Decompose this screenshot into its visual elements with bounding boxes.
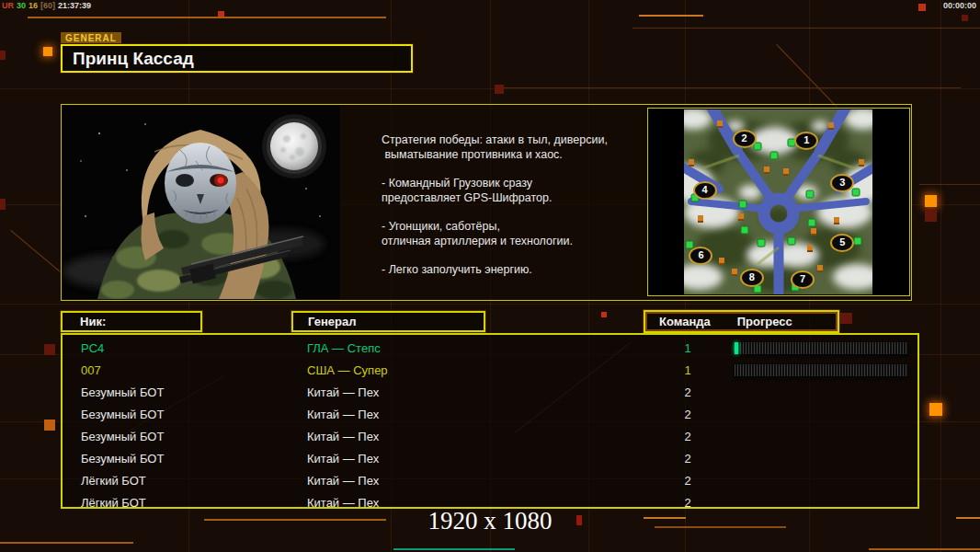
circuit-line-teal <box>393 548 515 550</box>
player-nick: Безумный БОТ <box>81 404 164 426</box>
header-general-label: Генерал <box>308 315 356 328</box>
player-row: Лёгкий БОТКитай — Пех2 <box>63 470 917 492</box>
strategy-text: Стратегия победы: атаки в тыл, диверсии,… <box>382 132 657 277</box>
grid-line <box>0 88 980 89</box>
start-position-2: 2 <box>733 130 757 148</box>
player-row: Безумный БОТКитай — Пех2 <box>63 448 917 470</box>
circuit-line <box>869 548 980 550</box>
strategy-line: Стратегия победы: атаки в тыл, диверсии, <box>382 132 657 147</box>
decor-square <box>840 313 852 324</box>
supply-dock-icon <box>853 236 861 245</box>
player-team: 1 <box>669 338 706 360</box>
debug-stats: UR3016[60]21:37:39 <box>2 1 94 10</box>
resolution-label: 1920 x 1080 <box>0 507 980 535</box>
decor-square <box>925 195 937 207</box>
start-position-1: 1 <box>794 132 818 150</box>
start-position-3: 3 <box>830 174 854 192</box>
player-row: 007США — Супер1 <box>63 360 917 382</box>
player-general: Китай — Пех <box>307 404 379 426</box>
circuit-line <box>501 87 961 88</box>
general-info-panel: Стратегия победы: атаки в тыл, диверсии,… <box>61 104 912 301</box>
crate-icon <box>783 168 789 176</box>
general-portrait <box>63 106 340 299</box>
player-nick: PC4 <box>81 338 104 360</box>
start-position-4: 4 <box>693 181 717 200</box>
debug-clock: 21:37:39 <box>58 1 91 10</box>
loading-screen: UR3016[60]21:37:39 00:00:00 GENERAL Прин… <box>0 0 980 552</box>
supply-dock-icon <box>758 238 766 247</box>
minimap-terrain <box>684 109 872 294</box>
strategy-line: - Легко заполучить энергию. <box>382 262 657 277</box>
start-position-6: 6 <box>689 247 712 265</box>
player-general: Китай — Пех <box>307 382 379 404</box>
player-nick: 007 <box>81 360 101 382</box>
player-team: 2 <box>669 470 706 492</box>
match-timer: 00:00:00 <box>943 1 976 10</box>
strategy-line <box>382 205 657 219</box>
strategy-line: отличная артиллерия и технологии. <box>382 234 657 248</box>
player-nick: Безумный БОТ <box>81 448 164 470</box>
supply-dock-icon <box>770 152 779 160</box>
player-general: Китай — Пех <box>307 448 379 470</box>
crate-icon <box>859 159 864 167</box>
decor-square <box>43 47 52 56</box>
decor-square <box>218 11 224 17</box>
supply-dock-icon <box>686 240 694 248</box>
debug-label: UR <box>2 1 14 10</box>
crate-icon <box>732 269 737 276</box>
decor-square <box>0 199 6 210</box>
grid-line <box>940 0 941 552</box>
supply-dock-icon <box>851 189 860 197</box>
player-general: Китай — Пех <box>307 470 379 492</box>
start-position-7: 7 <box>791 270 815 289</box>
circuit-line <box>632 28 980 29</box>
circuit-trace <box>776 44 838 108</box>
player-general: Китай — Пех <box>307 426 379 448</box>
supply-dock-icon <box>787 236 795 245</box>
header-team-label: Команда <box>659 315 711 328</box>
player-team: 2 <box>669 426 706 448</box>
decor-square <box>918 4 926 11</box>
header-nick-label: Ник: <box>80 315 106 328</box>
crate-icon <box>834 217 839 224</box>
player-team: 2 <box>669 448 706 470</box>
player-nick: Безумный БОТ <box>81 426 164 448</box>
player-general: ГЛА — Степс <box>307 338 381 360</box>
supply-dock-icon <box>740 225 748 234</box>
decor-square <box>601 312 607 317</box>
crate-icon <box>817 265 823 272</box>
start-position-5: 5 <box>830 234 854 252</box>
minimap: 12345678 <box>684 109 872 294</box>
circuit-line <box>0 542 133 544</box>
player-row: Безумный БОТКитай — Пех2 <box>63 382 917 404</box>
crate-icon <box>689 159 694 167</box>
player-team: 2 <box>669 404 706 426</box>
column-header-nick: Ник: <box>61 311 202 332</box>
decor-square <box>495 85 504 94</box>
player-team: 1 <box>669 360 706 382</box>
debug-cap: [60] <box>40 1 55 10</box>
decor-square <box>962 15 968 21</box>
strategy-line: - Угонщики, саботёры, <box>382 219 657 234</box>
load-progress-fill <box>735 342 738 354</box>
crate-icon <box>807 245 813 252</box>
crate-icon <box>738 213 744 221</box>
decor-square <box>44 344 55 355</box>
crate-icon <box>698 215 703 223</box>
crate-icon <box>828 122 834 130</box>
player-row: Безумный БОТКитай — Пех2 <box>63 404 917 426</box>
circuit-line <box>919 184 980 185</box>
player-row: PC4ГЛА — Степс1 <box>63 338 917 360</box>
player-nick: Безумный БОТ <box>81 382 164 404</box>
player-team: 2 <box>669 382 706 404</box>
load-progress-bar <box>735 364 908 376</box>
crate-icon <box>764 167 769 174</box>
circuit-line <box>639 15 703 17</box>
strategy-line: - Командный Грузовик сразу <box>382 176 657 190</box>
crate-icon <box>811 228 816 236</box>
load-progress-bar <box>735 342 908 354</box>
player-table: PC4ГЛА — Степс1007США — Супер1Безумный Б… <box>61 333 919 509</box>
general-tab-label: GENERAL <box>61 32 121 44</box>
supply-dock-icon <box>738 200 746 208</box>
supply-dock-icon <box>806 190 815 199</box>
